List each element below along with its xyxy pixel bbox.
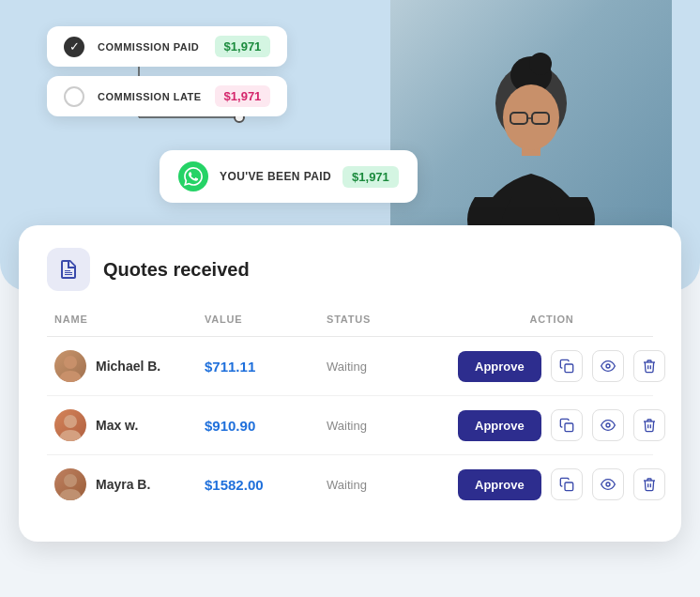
name-text-michael: Michael B.	[96, 359, 160, 374]
svg-point-18	[606, 364, 610, 368]
value-mayra: $1582.00	[205, 477, 327, 493]
name-cell-max: Max w.	[54, 409, 205, 441]
avatar-max	[54, 409, 86, 441]
paid-check-icon: ✓	[64, 37, 84, 57]
copy-button-max[interactable]	[551, 409, 583, 441]
commission-paid-label: COMMISSION PAID	[98, 41, 202, 53]
card-header: Quotes received	[47, 248, 653, 291]
commission-paid-card: ✓ COMMISSION PAID $1,971	[47, 26, 287, 67]
main-table-card: Quotes received NAME VALUE STATUS ACTION…	[19, 225, 681, 542]
card-header-icon	[47, 248, 90, 291]
commission-late-label: COMMISSION LATE	[98, 91, 202, 102]
approve-button-mayra[interactable]: Approve	[458, 469, 541, 500]
col-action: ACTION	[458, 314, 646, 325]
copy-button-michael[interactable]	[551, 350, 583, 382]
whatsapp-notification: YOU'VE BEEN PAID $1,971	[160, 150, 418, 203]
svg-rect-20	[565, 423, 573, 432]
svg-point-22	[64, 474, 77, 487]
name-text-mayra: Mayra B.	[96, 477, 150, 492]
table-row: Mayra B. $1582.00 Waiting Approve	[47, 455, 653, 513]
table-row: Michael B. $711.11 Waiting Approve	[47, 337, 653, 396]
avatar-michael	[54, 350, 86, 382]
approve-button-michael[interactable]: Approve	[458, 351, 541, 382]
view-button-michael[interactable]	[592, 350, 624, 382]
late-circle-icon	[64, 86, 84, 107]
table-header: NAME VALUE STATUS ACTION	[47, 314, 653, 337]
svg-point-16	[64, 356, 77, 369]
table-row: Max w. $910.90 Waiting Approve	[47, 396, 653, 455]
svg-rect-23	[565, 482, 573, 491]
name-cell-mayra: Mayra B.	[54, 468, 205, 500]
action-cell-michael: Approve	[458, 350, 665, 382]
whatsapp-text: YOU'VE BEEN PAID	[220, 170, 331, 183]
view-button-max[interactable]	[592, 409, 624, 441]
value-max: $910.90	[205, 418, 327, 434]
delete-button-max[interactable]	[633, 409, 665, 441]
action-cell-mayra: Approve	[458, 468, 665, 500]
svg-point-19	[64, 415, 77, 428]
value-michael: $711.11	[205, 359, 327, 375]
svg-point-21	[606, 423, 610, 427]
col-name: NAME	[54, 314, 205, 325]
action-cell-max: Approve	[458, 409, 665, 441]
svg-point-2	[529, 53, 552, 75]
delete-button-michael[interactable]	[633, 350, 665, 382]
commission-late-card: COMMISSION LATE $1,971	[47, 76, 287, 116]
commission-late-amount: $1,971	[215, 85, 271, 107]
status-mayra: Waiting	[327, 478, 458, 492]
svg-rect-17	[565, 364, 573, 373]
avatar-mayra	[54, 468, 86, 500]
whatsapp-icon	[178, 161, 208, 191]
name-cell-michael: Michael B.	[54, 350, 205, 382]
col-status: STATUS	[327, 314, 458, 325]
view-button-mayra[interactable]	[592, 468, 624, 500]
col-value: VALUE	[205, 314, 327, 325]
status-max: Waiting	[327, 419, 458, 433]
commission-cards-container: ✓ COMMISSION PAID $1,971 COMMISSION LATE…	[47, 26, 287, 116]
status-michael: Waiting	[327, 360, 458, 374]
commission-paid-amount: $1,971	[215, 36, 271, 57]
svg-point-24	[606, 482, 610, 486]
delete-button-mayra[interactable]	[633, 468, 665, 500]
card-title: Quotes received	[103, 259, 250, 281]
approve-button-max[interactable]: Approve	[458, 410, 541, 441]
whatsapp-amount: $1,971	[342, 166, 399, 188]
name-text-max: Max w.	[96, 418, 138, 433]
copy-button-mayra[interactable]	[551, 468, 583, 500]
